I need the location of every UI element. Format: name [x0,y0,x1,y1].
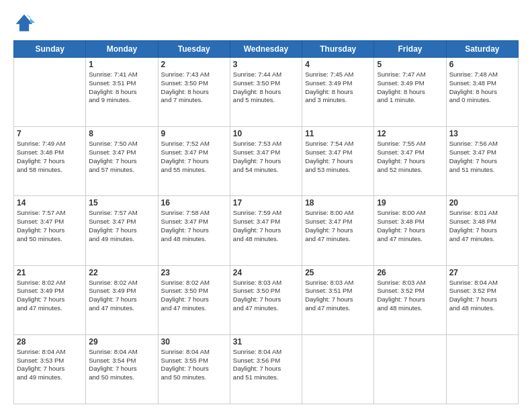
cell-info: Sunrise: 8:04 AM Sunset: 3:55 PM Dayligh… [161,348,227,382]
calendar-cell: 28Sunrise: 8:04 AM Sunset: 3:53 PM Dayli… [14,334,86,404]
day-number: 25 [305,268,371,277]
cell-info: Sunrise: 8:04 AM Sunset: 3:52 PM Dayligh… [449,279,515,313]
calendar-cell: 29Sunrise: 8:04 AM Sunset: 3:54 PM Dayli… [86,334,158,404]
day-number: 5 [377,60,443,69]
day-number: 21 [17,268,83,277]
cell-info: Sunrise: 7:54 AM Sunset: 3:47 PM Dayligh… [305,140,371,174]
calendar-cell: 18Sunrise: 8:00 AM Sunset: 3:47 PM Dayli… [302,196,374,265]
calendar-cell: 5Sunrise: 7:47 AM Sunset: 3:49 PM Daylig… [374,58,446,127]
calendar-cell: 2Sunrise: 7:43 AM Sunset: 3:50 PM Daylig… [158,58,230,127]
calendar-week-row: 28Sunrise: 8:04 AM Sunset: 3:53 PM Dayli… [14,334,519,404]
calendar-cell: 23Sunrise: 8:02 AM Sunset: 3:50 PM Dayli… [158,265,230,334]
calendar-cell: 11Sunrise: 7:54 AM Sunset: 3:47 PM Dayli… [302,127,374,196]
calendar-week-row: 21Sunrise: 8:02 AM Sunset: 3:49 PM Dayli… [14,265,519,334]
day-number: 10 [233,129,299,138]
day-number: 26 [377,268,443,277]
cell-info: Sunrise: 7:57 AM Sunset: 3:47 PM Dayligh… [17,209,83,243]
logo [13,12,38,34]
calendar-cell [302,334,374,404]
weekday-header-wednesday: Wednesday [230,41,302,58]
calendar-cell: 26Sunrise: 8:03 AM Sunset: 3:52 PM Dayli… [374,265,446,334]
calendar-week-row: 7Sunrise: 7:49 AM Sunset: 3:48 PM Daylig… [14,127,519,196]
cell-info: Sunrise: 7:45 AM Sunset: 3:49 PM Dayligh… [305,71,371,105]
cell-info: Sunrise: 7:41 AM Sunset: 3:51 PM Dayligh… [89,71,154,105]
calendar-cell: 6Sunrise: 7:48 AM Sunset: 3:48 PM Daylig… [446,58,518,127]
cell-info: Sunrise: 7:55 AM Sunset: 3:47 PM Dayligh… [377,140,443,174]
calendar-cell: 9Sunrise: 7:52 AM Sunset: 3:47 PM Daylig… [158,127,230,196]
cell-info: Sunrise: 7:59 AM Sunset: 3:47 PM Dayligh… [233,209,299,243]
cell-info: Sunrise: 8:03 AM Sunset: 3:50 PM Dayligh… [233,279,299,313]
weekday-header-tuesday: Tuesday [158,41,230,58]
day-number: 11 [305,129,371,138]
calendar-cell: 3Sunrise: 7:44 AM Sunset: 3:50 PM Daylig… [230,58,302,127]
calendar-cell: 4Sunrise: 7:45 AM Sunset: 3:49 PM Daylig… [302,58,374,127]
cell-info: Sunrise: 8:03 AM Sunset: 3:51 PM Dayligh… [305,279,371,313]
cell-info: Sunrise: 7:57 AM Sunset: 3:47 PM Dayligh… [89,209,154,243]
calendar-week-row: 14Sunrise: 7:57 AM Sunset: 3:47 PM Dayli… [14,196,519,265]
day-number: 29 [89,337,154,347]
calendar-cell: 19Sunrise: 8:00 AM Sunset: 3:48 PM Dayli… [374,196,446,265]
day-number: 7 [17,129,83,138]
calendar-cell [374,334,446,404]
cell-info: Sunrise: 7:50 AM Sunset: 3:47 PM Dayligh… [89,140,154,174]
day-number: 27 [449,268,515,277]
day-number: 15 [89,198,154,208]
day-number: 14 [17,198,83,208]
cell-info: Sunrise: 8:04 AM Sunset: 3:54 PM Dayligh… [89,348,154,382]
cell-info: Sunrise: 7:58 AM Sunset: 3:47 PM Dayligh… [161,209,227,243]
cell-info: Sunrise: 8:01 AM Sunset: 3:48 PM Dayligh… [449,209,515,243]
day-number: 1 [89,60,154,69]
calendar-cell: 16Sunrise: 7:58 AM Sunset: 3:47 PM Dayli… [158,196,230,265]
calendar-table: SundayMondayTuesdayWednesdayThursdayFrid… [13,40,519,404]
cell-info: Sunrise: 8:00 AM Sunset: 3:48 PM Dayligh… [377,209,443,243]
day-number: 22 [89,268,154,277]
cell-info: Sunrise: 8:02 AM Sunset: 3:49 PM Dayligh… [89,279,154,313]
cell-info: Sunrise: 8:02 AM Sunset: 3:50 PM Dayligh… [161,279,227,313]
weekday-header-friday: Friday [374,41,446,58]
calendar-cell: 17Sunrise: 7:59 AM Sunset: 3:47 PM Dayli… [230,196,302,265]
cell-info: Sunrise: 7:49 AM Sunset: 3:48 PM Dayligh… [17,140,83,174]
calendar-cell: 24Sunrise: 8:03 AM Sunset: 3:50 PM Dayli… [230,265,302,334]
calendar-cell: 13Sunrise: 7:56 AM Sunset: 3:47 PM Dayli… [446,127,518,196]
day-number: 31 [233,337,299,347]
day-number: 17 [233,198,299,208]
weekday-header-row: SundayMondayTuesdayWednesdayThursdayFrid… [14,41,519,58]
day-number: 23 [161,268,227,277]
day-number: 13 [449,129,515,138]
calendar-week-row: 1Sunrise: 7:41 AM Sunset: 3:51 PM Daylig… [14,58,519,127]
header [13,12,519,34]
day-number: 18 [305,198,371,208]
cell-info: Sunrise: 8:04 AM Sunset: 3:56 PM Dayligh… [233,348,299,382]
calendar-cell: 10Sunrise: 7:53 AM Sunset: 3:47 PM Dayli… [230,127,302,196]
day-number: 28 [17,337,83,347]
logo-icon [13,12,35,34]
calendar-cell: 20Sunrise: 8:01 AM Sunset: 3:48 PM Dayli… [446,196,518,265]
calendar-cell: 22Sunrise: 8:02 AM Sunset: 3:49 PM Dayli… [86,265,158,334]
day-number: 9 [161,129,227,138]
weekday-header-saturday: Saturday [446,41,518,58]
calendar-cell [446,334,518,404]
cell-info: Sunrise: 7:44 AM Sunset: 3:50 PM Dayligh… [233,71,299,105]
day-number: 2 [161,60,227,69]
cell-info: Sunrise: 8:03 AM Sunset: 3:52 PM Dayligh… [377,279,443,313]
cell-info: Sunrise: 7:43 AM Sunset: 3:50 PM Dayligh… [161,71,227,105]
weekday-header-thursday: Thursday [302,41,374,58]
calendar-cell: 21Sunrise: 8:02 AM Sunset: 3:49 PM Dayli… [14,265,86,334]
cell-info: Sunrise: 7:47 AM Sunset: 3:49 PM Dayligh… [377,71,443,105]
cell-info: Sunrise: 7:56 AM Sunset: 3:47 PM Dayligh… [449,140,515,174]
calendar-cell: 30Sunrise: 8:04 AM Sunset: 3:55 PM Dayli… [158,334,230,404]
day-number: 16 [161,198,227,208]
day-number: 8 [89,129,154,138]
day-number: 24 [233,268,299,277]
page: SundayMondayTuesdayWednesdayThursdayFrid… [0,0,532,411]
calendar-cell: 8Sunrise: 7:50 AM Sunset: 3:47 PM Daylig… [86,127,158,196]
calendar-cell: 12Sunrise: 7:55 AM Sunset: 3:47 PM Dayli… [374,127,446,196]
calendar-cell: 27Sunrise: 8:04 AM Sunset: 3:52 PM Dayli… [446,265,518,334]
calendar-cell: 14Sunrise: 7:57 AM Sunset: 3:47 PM Dayli… [14,196,86,265]
calendar-cell: 1Sunrise: 7:41 AM Sunset: 3:51 PM Daylig… [86,58,158,127]
calendar-cell: 7Sunrise: 7:49 AM Sunset: 3:48 PM Daylig… [14,127,86,196]
calendar-cell: 25Sunrise: 8:03 AM Sunset: 3:51 PM Dayli… [302,265,374,334]
calendar-cell: 15Sunrise: 7:57 AM Sunset: 3:47 PM Dayli… [86,196,158,265]
calendar-cell [14,58,86,127]
weekday-header-sunday: Sunday [14,41,86,58]
